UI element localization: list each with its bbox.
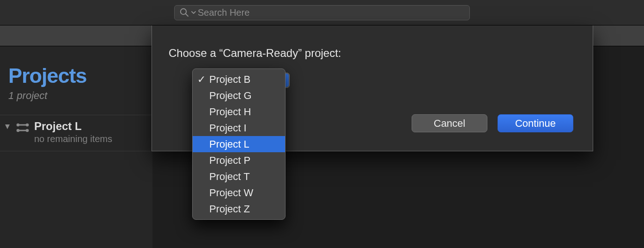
- svg-point-5: [26, 129, 29, 132]
- svg-rect-7: [19, 130, 26, 131]
- svg-point-4: [26, 124, 29, 127]
- dropdown-item[interactable]: ✓Project B: [193, 71, 285, 87]
- project-structure-icon: [16, 123, 30, 135]
- cancel-button[interactable]: Cancel: [412, 114, 487, 132]
- svg-point-3: [17, 129, 20, 132]
- dropdown-item[interactable]: Project T: [193, 168, 285, 185]
- disclosure-triangle-icon[interactable]: [4, 124, 11, 132]
- dropdown-item-label: Project P: [209, 155, 280, 167]
- dropdown-item[interactable]: Project Z: [193, 201, 285, 217]
- dropdown-item[interactable]: Project W: [193, 185, 285, 201]
- checkmark-icon: ✓: [197, 74, 209, 86]
- continue-button[interactable]: Continue: [498, 114, 573, 132]
- search-icon: [179, 7, 189, 18]
- svg-rect-6: [19, 124, 26, 126]
- sidebar-item-subtitle: no remaining items: [34, 134, 112, 144]
- sheet-prompt: Choose a “Camera-Ready” project:: [169, 47, 341, 60]
- sidebar: Projects 1 project Project L: [0, 46, 152, 248]
- sidebar-heading: Projects: [0, 46, 152, 88]
- chevron-down-icon[interactable]: [191, 7, 196, 18]
- search-bar-row: Search Here: [0, 0, 644, 25]
- dropdown-item-label: Project G: [209, 90, 280, 102]
- dropdown-item-label: Project B: [209, 74, 280, 86]
- dropdown-item-label: Project T: [209, 171, 280, 183]
- dropdown-item-label: Project Z: [209, 203, 280, 215]
- project-dropdown[interactable]: ✓Project BProject GProject HProject IPro…: [192, 68, 286, 220]
- sidebar-item-title: Project L: [34, 120, 112, 133]
- dropdown-item-label: Project W: [209, 187, 280, 199]
- dropdown-item[interactable]: Project I: [193, 120, 285, 136]
- dropdown-item-label: Project H: [209, 106, 280, 118]
- sidebar-item-project[interactable]: Project L no remaining items: [0, 115, 152, 151]
- dropdown-item[interactable]: Project G: [193, 87, 285, 104]
- search-placeholder: Search Here: [198, 8, 249, 17]
- search-input[interactable]: Search Here: [174, 5, 470, 20]
- dropdown-item-label: Project L: [209, 138, 280, 150]
- sidebar-list: Project L no remaining items: [0, 115, 152, 151]
- dropdown-item[interactable]: Project L: [193, 136, 285, 152]
- dropdown-item[interactable]: Project H: [193, 104, 285, 120]
- svg-line-1: [186, 14, 188, 16]
- sheet-button-row: Cancel Continue: [412, 114, 573, 132]
- svg-point-2: [17, 124, 20, 127]
- dropdown-item[interactable]: Project P: [193, 152, 285, 168]
- dropdown-item-label: Project I: [209, 122, 280, 134]
- sidebar-subheading: 1 project: [0, 88, 152, 102]
